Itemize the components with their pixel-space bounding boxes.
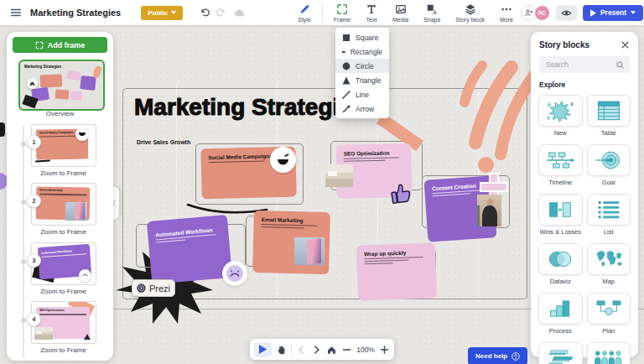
story-block-timeline[interactable]: Timeline: [539, 144, 582, 186]
story-block-card[interactable]: [587, 95, 631, 127]
story-block-card[interactable]: [538, 342, 583, 364]
story-block-info[interactable]: Info: [539, 342, 582, 364]
story-block-card[interactable]: [587, 144, 631, 176]
redo-icon[interactable]: [216, 8, 226, 18]
zoom-in-icon[interactable]: [379, 344, 390, 356]
shape-menu-item-circle[interactable]: Circle: [335, 59, 389, 73]
public-label: Public: [148, 9, 168, 17]
canvas-title[interactable]: Marketing Strategies: [134, 94, 365, 121]
circle-shape-icon: [342, 62, 351, 70]
shape-menu-item-rectangle[interactable]: Rectangle: [335, 44, 389, 59]
select-tool-button[interactable]: [254, 342, 272, 357]
previous-icon[interactable]: [296, 344, 307, 356]
story-block-card[interactable]: [587, 194, 631, 226]
story-block-card[interactable]: [538, 144, 583, 176]
story-block-goal[interactable]: Goal: [588, 144, 631, 186]
story-block-table[interactable]: Table: [588, 95, 631, 137]
story-block-new[interactable]: New: [539, 95, 582, 137]
story-block-map[interactable]: Map: [588, 243, 631, 285]
story-block-dataviz[interactable]: Dataviz: [539, 243, 582, 285]
prezi-logo-badge[interactable]: Prezi: [132, 279, 175, 297]
shape-menu-item-line[interactable]: Line: [335, 87, 389, 101]
salmon-circle-decoration[interactable]: [478, 157, 494, 173]
need-help-button[interactable]: Need help: [468, 347, 527, 364]
story-search-box[interactable]: [539, 56, 630, 73]
frame-thumbnail-1[interactable]: Social Media Campaigns: [31, 124, 96, 167]
story-block-card[interactable]: [538, 293, 583, 325]
collaborator-avatar[interactable]: FC: [534, 5, 550, 21]
zoom-to-frame-3[interactable]: Zoom to Frame: [23, 288, 103, 295]
card-wrap-up-quickly[interactable]: Wrap up quickly: [356, 242, 437, 300]
present-button[interactable]: Present: [583, 5, 643, 21]
hand-tool-icon[interactable]: [276, 344, 287, 356]
shape-menu-label: Triangle: [356, 76, 381, 85]
viewers-button[interactable]: [556, 5, 577, 21]
story-block-card[interactable]: [587, 293, 631, 325]
frame-thumbnail-2[interactable]: Email Marketing: [31, 183, 96, 226]
overview-thumbnail[interactable]: Marketing Strategies: [18, 60, 105, 111]
person-photo[interactable]: [477, 195, 501, 226]
card-body-placeholder: [261, 224, 322, 229]
story-block-card[interactable]: [538, 194, 583, 226]
tool-shape[interactable]: Shape: [416, 3, 448, 23]
style-tool-icon: [299, 3, 310, 15]
zoom-out-icon[interactable]: [341, 344, 352, 356]
home-icon[interactable]: [326, 344, 337, 356]
story-block-card[interactable]: [587, 243, 631, 275]
overview-label: Overview: [7, 110, 113, 117]
prezi-logo-icon: [137, 283, 146, 294]
story-search-input[interactable]: [544, 60, 612, 70]
card-automated-workflows[interactable]: Automated Workflows: [147, 215, 232, 284]
tool-style[interactable]: Style: [290, 3, 319, 23]
story-block-card[interactable]: [587, 342, 631, 364]
zoom-to-frame-1[interactable]: Zoom to Frame: [23, 169, 103, 177]
hamburger-menu-icon[interactable]: [10, 7, 22, 18]
public-button[interactable]: Public: [141, 6, 183, 20]
tool-frame[interactable]: Frame: [326, 3, 358, 23]
shape-menu-item-triangle[interactable]: Triangle: [335, 73, 389, 87]
tool-story-block[interactable]: Story block: [448, 3, 492, 23]
arrow-shape-icon: [342, 105, 351, 113]
process-icon: [543, 297, 577, 320]
sad-face-badge[interactable]: [222, 261, 247, 286]
bedroom-photo[interactable]: [325, 164, 353, 187]
smiley-bowl-badge[interactable]: [270, 147, 296, 173]
shape-menu-label: Circle: [356, 62, 374, 70]
prezi-editor: Marketing Strategies Drive Sales Growth …: [0, 0, 644, 364]
zoom-to-frame-2[interactable]: Zoom to Frame: [23, 228, 103, 236]
story-block-list[interactable]: List: [588, 194, 631, 236]
story-block-team[interactable]: Team: [588, 342, 631, 364]
brush-strokes-decoration[interactable]: [432, 60, 541, 169]
tool-more[interactable]: More: [492, 3, 521, 23]
canvas-subtitle[interactable]: Drive Sales Growth: [137, 139, 190, 145]
undo-icon[interactable]: [200, 8, 210, 18]
mini-card: [66, 70, 80, 81]
plan-icon: [592, 297, 626, 320]
mini-door-image: [65, 202, 87, 221]
door-3d-image[interactable]: [294, 237, 325, 265]
caret-down-icon: [631, 11, 636, 14]
shape-menu-item-arrow[interactable]: Arrow: [335, 101, 389, 116]
tool-text[interactable]: Text: [358, 3, 385, 23]
search-icon: [615, 60, 625, 70]
story-block-card[interactable]: [538, 95, 583, 127]
tool-media[interactable]: Media: [385, 3, 416, 23]
story-block-card[interactable]: [538, 243, 583, 275]
story-block-plan[interactable]: Plan: [588, 293, 631, 335]
frame-plus-icon: [35, 41, 44, 49]
close-icon[interactable]: [621, 40, 630, 49]
shape-menu-label: Line: [356, 91, 369, 99]
document-title[interactable]: Marketing Strategies: [30, 8, 121, 18]
add-frame-button[interactable]: Add frame: [13, 37, 107, 53]
frame-thumbnail-4[interactable]: SEO Optimization: [31, 301, 96, 344]
mini-card: [80, 75, 96, 91]
zoom-to-frame-4[interactable]: Zoom to Frame: [23, 346, 103, 354]
story-block-process[interactable]: Process: [539, 293, 582, 335]
shape-menu-item-square[interactable]: Square: [335, 30, 389, 44]
frame-thumbnail-3[interactable]: Automated Workflows: [31, 242, 96, 285]
story-block-wins-losses[interactable]: Wins & Losses: [539, 194, 582, 236]
eye-icon: [561, 8, 572, 18]
next-icon[interactable]: [311, 344, 322, 356]
thumbs-up-sticker[interactable]: [389, 179, 413, 205]
card-body-placeholder: [344, 158, 404, 162]
